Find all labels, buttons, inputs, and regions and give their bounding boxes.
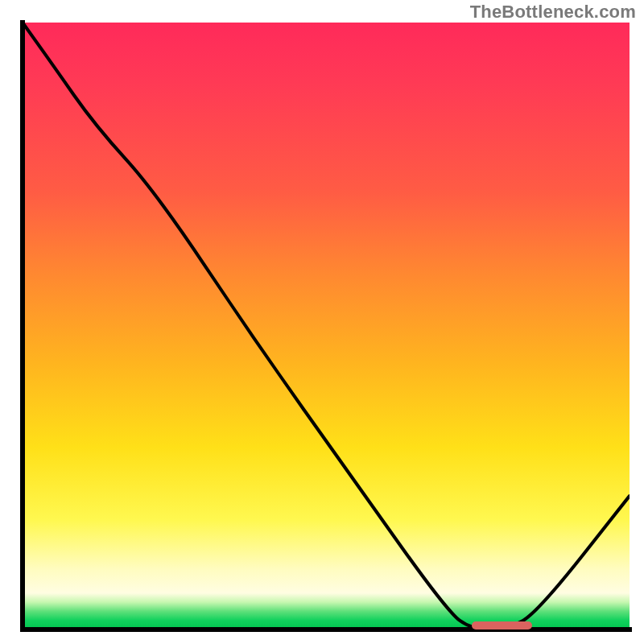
- optimal-range-marker: [472, 621, 532, 630]
- chart-plot-area: [23, 23, 630, 630]
- watermark-text: TheBottleneck.com: [470, 2, 636, 23]
- curve-path: [23, 23, 630, 630]
- chart-stage: TheBottleneck.com: [0, 0, 644, 644]
- bottleneck-curve: [23, 23, 630, 630]
